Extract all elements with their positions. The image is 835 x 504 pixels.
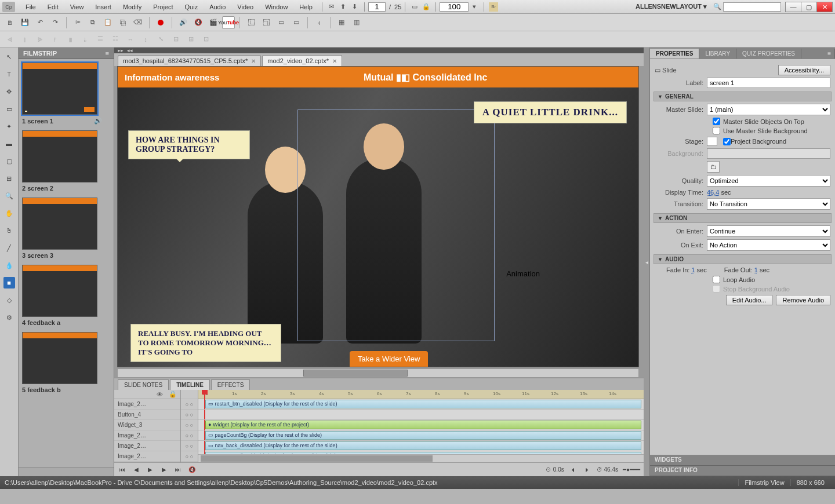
delete-icon[interactable]: ⌫ (132, 16, 144, 29)
zoom-slider[interactable]: ━●━━━ (623, 466, 640, 473)
slide-label-input[interactable] (707, 78, 830, 88)
filmstrip-scrollbar[interactable] (19, 467, 114, 476)
stage-color-swatch[interactable] (707, 137, 717, 146)
timeline-scrollbar[interactable] (198, 454, 644, 462)
prev-marker-icon[interactable]: ⏴ (569, 465, 578, 474)
quality-select[interactable]: Optimized (707, 175, 830, 187)
download-icon[interactable]: ⬇ (350, 2, 360, 12)
menu-quiz[interactable]: Quiz (179, 3, 204, 10)
menu-insert[interactable]: Insert (89, 3, 117, 10)
zoom-input[interactable] (440, 2, 469, 12)
tab-quiz-properties[interactable]: QUIZ PROPERTIES (736, 49, 801, 59)
accessibility-button[interactable]: Accessibility... (778, 65, 830, 75)
minimize-button[interactable]: — (785, 2, 801, 12)
distribute-h-icon[interactable]: ☰ (94, 34, 107, 45)
slide-thumb-1[interactable] (22, 63, 97, 115)
timeline-toggles[interactable]: ○ ○ (181, 410, 198, 420)
menu-help[interactable]: Help (293, 3, 318, 10)
mouse-tool-icon[interactable]: 🖱 (3, 225, 15, 236)
fade-out-value[interactable]: 1 (754, 266, 758, 273)
grid-icon[interactable]: ▦ (335, 16, 348, 29)
next-marker-icon[interactable]: ⏵ (583, 465, 592, 474)
close-tab-icon[interactable]: ✕ (332, 58, 337, 64)
record-icon[interactable] (154, 16, 167, 29)
slide2-icon[interactable]: ▭ (290, 16, 303, 29)
speech-bubble-2[interactable]: REALLY BUSY. I'M HEADING OUT TO ROME TOM… (130, 324, 281, 362)
chk-loop-audio[interactable] (713, 276, 720, 283)
group-icon[interactable]: ⿺ (245, 16, 257, 29)
document-tab-2[interactable]: mod2_video_02.cptx*✕ (262, 55, 342, 66)
timeline-row-label[interactable]: Image_2… (114, 399, 180, 410)
menu-project[interactable]: Project (147, 3, 179, 10)
caption-tool-icon[interactable]: ▭ (3, 103, 15, 115)
align-middle-icon[interactable]: ⫼ (64, 34, 77, 45)
same-width-icon[interactable]: ↔ (124, 34, 137, 45)
timeline-row-label[interactable]: Image_2… (114, 430, 180, 441)
section-action[interactable]: ▼ACTION (654, 213, 832, 223)
clickbox-tool-icon[interactable]: ▢ (3, 155, 15, 167)
ungroup-icon[interactable]: ⿹ (260, 16, 273, 29)
timeline-toggles[interactable]: ○ ○ (181, 399, 198, 410)
undo-icon[interactable]: ↶ (34, 16, 46, 29)
menu-modify[interactable]: Modify (117, 3, 147, 10)
new-icon[interactable]: 🗎 (3, 16, 16, 29)
menu-audio[interactable]: Audio (204, 3, 231, 10)
same-height-icon[interactable]: ↕ (139, 34, 152, 45)
step-fwd-icon[interactable]: ▶ (159, 465, 169, 474)
redo-icon[interactable]: ↷ (49, 16, 61, 29)
close-button[interactable]: ✕ (816, 2, 833, 12)
timeline-toggles[interactable]: ○ ○ (181, 451, 198, 462)
maximize-button[interactable]: ▢ (801, 2, 817, 12)
timeline-toggles[interactable]: ○ ○ (181, 420, 198, 430)
goto-start-icon[interactable]: ⏮ (118, 465, 127, 474)
selection-tool-icon[interactable]: ↖ (3, 51, 15, 63)
text-tool-icon[interactable]: T (3, 68, 15, 80)
timeline-row-label[interactable]: Image_2… (114, 441, 180, 451)
menu-view[interactable]: View (64, 3, 90, 10)
tab-effects[interactable]: EFFECTS (211, 379, 251, 390)
rollover-tool-icon[interactable]: ▬ (3, 138, 15, 149)
paste-icon[interactable]: 📋 (101, 16, 114, 29)
center-h-icon[interactable]: ⊟ (169, 34, 182, 45)
slide-stage[interactable]: Information awareness Mutual ▮◧ Consolid… (117, 66, 639, 367)
cut-icon[interactable]: ✂ (71, 16, 84, 29)
align-icon[interactable]: ⫞ (313, 16, 325, 29)
widgets-panel-tab[interactable]: WIDGETS (650, 455, 835, 466)
timeline-row-label[interactable]: Image_2… (114, 451, 180, 462)
vertical-split-handle[interactable]: ◂ (644, 48, 649, 476)
timeline-clip[interactable]: ● Widget (Display for the rest of the pr… (205, 421, 641, 429)
hand-tool-icon[interactable]: ✋ (3, 207, 15, 219)
menu-video[interactable]: Video (231, 3, 259, 10)
timeline-clip[interactable]: ▭ nav_back_dissabled (Display for the re… (205, 441, 641, 450)
section-audio[interactable]: ▼AUDIO (654, 254, 832, 264)
smartshape-tool-icon[interactable]: ◇ (3, 294, 15, 306)
close-tab-icon[interactable]: ✕ (251, 58, 256, 64)
slide-thumb-5[interactable] (22, 332, 97, 384)
align-bottom-icon[interactable]: ⫰ (79, 34, 92, 45)
stage-scrollbar[interactable] (117, 368, 639, 378)
slide-thumb-2[interactable] (22, 130, 97, 182)
remove-audio-button[interactable]: Remove Audio (776, 295, 830, 305)
slide-thumb-4[interactable] (22, 265, 97, 317)
copy-icon[interactable]: ⧉ (86, 16, 99, 29)
upload-icon[interactable]: ⬆ (339, 2, 348, 12)
master-slide-select[interactable]: 1 (main) (707, 104, 830, 115)
lock-icon[interactable]: 🔒 (422, 2, 431, 12)
menu-window[interactable]: Window (259, 3, 293, 10)
document-tab-1[interactable]: mod3_hospital_682434770515_CP5.5.cptx*✕ (118, 55, 261, 66)
chk-use-master-bg[interactable] (713, 127, 720, 134)
align-left-icon[interactable]: ⫷ (3, 34, 16, 45)
browser-icon[interactable]: Br (489, 2, 498, 12)
timeline-clip[interactable]: ▭ restart_btn_disabled (Display for the … (205, 400, 641, 408)
browse-bg-icon[interactable]: 🗀 (707, 161, 720, 173)
device-icon[interactable]: ▭ (410, 2, 419, 12)
slide-thumb-3[interactable] (22, 198, 97, 250)
chk-objects-on-top[interactable] (713, 118, 720, 125)
align-top-icon[interactable]: ⫯ (49, 34, 61, 45)
duplicate-icon[interactable]: ⿻ (117, 16, 129, 29)
caption-topright[interactable]: A QUIET LITTLE DRINK... (474, 101, 627, 123)
center-v-icon[interactable]: ⊞ (184, 34, 197, 45)
line-tool-icon[interactable]: ╱ (3, 242, 15, 254)
tab-timeline[interactable]: TIMELINE (170, 379, 210, 390)
chk-project-bg[interactable] (723, 138, 731, 145)
